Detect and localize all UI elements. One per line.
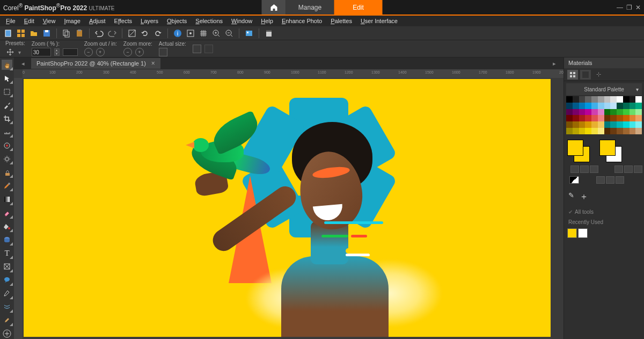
swatch[interactable] [617, 109, 623, 116]
swatch[interactable] [566, 121, 573, 128]
swatch[interactable] [610, 103, 617, 109]
one-step-button[interactable] [186, 28, 195, 38]
paint-brush-tool[interactable] [2, 181, 12, 191]
menu-view[interactable]: View [39, 17, 60, 25]
swatch[interactable] [573, 96, 579, 103]
oil-brush-tool[interactable] [2, 315, 12, 326]
swatch[interactable] [591, 103, 598, 109]
document-tab[interactable]: PaintShopPro 2022 @ 40% (Rectangle 1) × [31, 58, 160, 69]
swatch[interactable] [598, 128, 604, 134]
canvas-viewport[interactable] [23, 78, 564, 339]
add-swatch-icon[interactable]: ＋ [580, 191, 588, 203]
home-tab[interactable] [262, 0, 286, 15]
swatch[interactable] [623, 128, 630, 134]
swatch[interactable] [573, 109, 579, 116]
swatch[interactable] [635, 121, 642, 128]
swatch[interactable] [630, 109, 636, 116]
swatch-tab[interactable] [567, 70, 578, 80]
swatch[interactable] [610, 96, 617, 103]
swatch[interactable] [617, 115, 623, 121]
swatch[interactable] [610, 121, 617, 128]
swatch[interactable] [585, 121, 591, 128]
rotate-right-button[interactable] [153, 28, 163, 38]
menu-window[interactable]: Window [228, 17, 256, 25]
menu-palettes[interactable]: Palettes [327, 17, 356, 25]
swatch[interactable] [623, 109, 630, 116]
flood-fill-tool[interactable] [2, 221, 12, 232]
organizer-button[interactable] [244, 28, 254, 38]
swatch[interactable] [630, 128, 636, 134]
swatch[interactable] [617, 96, 623, 103]
swatch[interactable] [610, 128, 617, 134]
rotate-left-button[interactable] [140, 28, 150, 38]
warp-tool[interactable] [2, 302, 12, 312]
makeover-tool[interactable] [2, 154, 12, 164]
swap-controls-2[interactable] [614, 165, 642, 173]
swatch[interactable] [573, 103, 579, 109]
swatch[interactable] [630, 103, 636, 109]
crop-tool[interactable] [2, 113, 12, 124]
menu-effects[interactable]: Effects [111, 17, 136, 25]
hsv-tab[interactable] [580, 70, 591, 80]
save-button[interactable] [42, 28, 52, 38]
swatch[interactable] [591, 115, 598, 121]
new-file-button[interactable] [3, 28, 13, 38]
swatch[interactable] [635, 96, 642, 103]
edit-tab[interactable]: Edit [334, 0, 383, 15]
zoom-out-step-button[interactable]: − [84, 48, 93, 56]
bw-controls[interactable] [596, 176, 624, 184]
eyedropper-icon[interactable]: ✎ [568, 191, 574, 203]
text-tool[interactable]: T [2, 248, 12, 258]
swatch[interactable] [604, 103, 611, 109]
zoom-out-button[interactable] [224, 28, 234, 38]
swatch[interactable] [566, 103, 573, 109]
swatch[interactable] [623, 121, 630, 128]
zoom-slider[interactable] [63, 48, 78, 56]
info-button[interactable]: i [173, 28, 182, 38]
swatch[interactable] [635, 103, 642, 109]
pick-tool[interactable] [2, 73, 12, 83]
close-button[interactable]: ✕ [635, 4, 641, 11]
zoom-in-button[interactable] [211, 28, 221, 38]
menu-help[interactable]: Help [257, 17, 277, 25]
menu-objects[interactable]: Objects [163, 17, 191, 25]
browse-button[interactable] [16, 28, 26, 38]
menu-file[interactable]: File [2, 17, 19, 25]
swatch[interactable] [598, 96, 604, 103]
swatch[interactable] [566, 109, 573, 116]
swatch[interactable] [579, 128, 586, 134]
swap-controls-1[interactable] [570, 165, 598, 173]
bw-swatch-1[interactable] [569, 176, 579, 184]
swatch[interactable] [630, 115, 636, 121]
swatch[interactable] [591, 96, 598, 103]
menu-image[interactable]: Image [60, 17, 84, 25]
swatch[interactable] [585, 103, 591, 109]
swatch[interactable] [585, 96, 591, 103]
menu-enhance-photo[interactable]: Enhance Photo [278, 17, 326, 25]
swatch[interactable] [610, 109, 617, 116]
pen-tool[interactable] [2, 288, 12, 299]
maximize-button[interactable]: ❐ [626, 4, 632, 11]
shape-tool[interactable] [2, 262, 12, 272]
dropper-tool[interactable] [2, 100, 12, 110]
foreground-background-2[interactable] [599, 140, 622, 162]
palette-dropdown[interactable]: Standard Palette [566, 83, 642, 95]
swatch[interactable] [579, 96, 586, 103]
swatch[interactable] [623, 96, 630, 103]
gradient-tool[interactable] [2, 194, 12, 204]
zoom-more-in-button[interactable]: + [135, 48, 144, 56]
swatch[interactable] [604, 128, 611, 134]
swatch[interactable] [623, 115, 630, 121]
add-tool-button[interactable] [2, 329, 12, 339]
swatch[interactable] [585, 128, 591, 134]
recent-swatch[interactable] [567, 228, 577, 238]
swatch[interactable] [635, 128, 642, 134]
swatch[interactable] [604, 96, 611, 103]
selection-tool[interactable] [2, 86, 12, 97]
swatch[interactable] [610, 115, 617, 121]
menu-selections[interactable]: Selections [192, 17, 226, 25]
swatch[interactable] [617, 128, 623, 134]
zoom-spinner[interactable]: ▴▾ [54, 48, 60, 56]
swatch[interactable] [635, 109, 642, 116]
pan-tool[interactable] [2, 60, 12, 70]
